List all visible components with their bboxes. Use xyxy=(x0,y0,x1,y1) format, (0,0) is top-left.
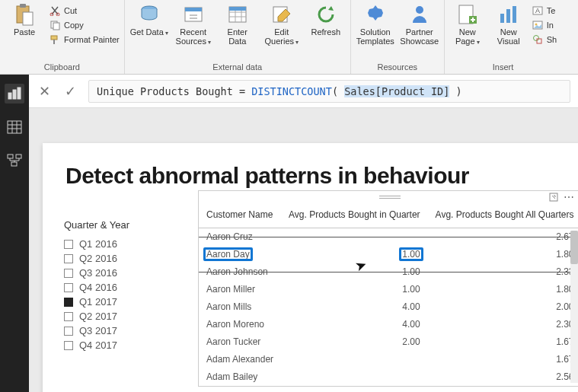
report-view-button[interactable] xyxy=(5,84,24,104)
image-icon xyxy=(532,19,544,31)
slicer-item[interactable]: Q4 2017 xyxy=(64,338,178,352)
drag-grip-icon[interactable] xyxy=(379,196,401,199)
checkbox-icon[interactable] xyxy=(64,298,73,307)
formula-cancel-button[interactable]: ✕ xyxy=(37,83,52,100)
slicer-item[interactable]: Q3 2016 xyxy=(64,266,178,280)
column-header[interactable]: Avg. Products Bought in Quarter xyxy=(281,203,428,228)
svg-point-25 xyxy=(533,36,538,41)
cell-avg-quarter: 1.00 xyxy=(281,246,428,263)
checkbox-icon[interactable] xyxy=(64,341,73,350)
enter-data-button[interactable]: Enter Data xyxy=(218,3,257,46)
image-button[interactable]: In xyxy=(532,19,557,31)
formula-measure-name: Unique Products Bought xyxy=(97,85,233,97)
slicer-item[interactable]: Q2 2016 xyxy=(64,251,178,266)
cell-avg-all: 1.80 xyxy=(428,246,578,263)
checkbox-icon[interactable] xyxy=(64,269,73,278)
solution-templates-icon xyxy=(364,3,387,26)
copy-button[interactable]: Copy xyxy=(49,19,120,31)
cell-customer-name: Aaron Cruz xyxy=(199,228,281,246)
recent-sources-button[interactable]: Recent Sources▾ xyxy=(174,3,213,46)
table-row[interactable]: Adam Alexander1.67 xyxy=(199,351,578,368)
solution-templates-button[interactable]: Solution Templates xyxy=(356,3,395,46)
group-resources: Solution Templates Partner Showcase Reso… xyxy=(351,0,445,74)
format-painter-label: Format Painter xyxy=(64,35,120,44)
checkbox-icon[interactable] xyxy=(64,254,73,263)
cell-customer-name: Adam Alexander xyxy=(199,351,281,368)
report-page[interactable]: Detect abnormal patterns in behaviour Qu… xyxy=(43,143,578,392)
new-visual-button[interactable]: New Visual xyxy=(490,3,527,46)
formula-commit-button[interactable]: ✓ xyxy=(62,83,78,100)
more-options-icon[interactable]: ⋯ xyxy=(564,191,575,203)
copy-icon xyxy=(49,19,61,31)
paste-icon xyxy=(13,3,36,26)
cell-avg-quarter: 4.00 xyxy=(281,298,428,316)
cell-avg-quarter xyxy=(281,368,428,386)
group-external-data: Get Data▾ Recent Sources▾ Enter Data Edi… xyxy=(125,0,351,74)
new-visual-icon xyxy=(497,3,520,26)
model-view-button[interactable] xyxy=(5,151,24,171)
table-row[interactable]: Aaron Moreno4.002.30 xyxy=(199,316,578,333)
column-header[interactable]: Customer Name xyxy=(199,203,281,228)
table-row[interactable]: Aaron Johnson1.002.33 xyxy=(199,263,578,281)
svg-rect-28 xyxy=(13,90,16,99)
formula-input[interactable]: Unique Products Bought = DISTINCTCOUNT( … xyxy=(88,80,570,103)
table-row[interactable]: Aaron Miller1.001.80 xyxy=(199,281,578,298)
partner-showcase-icon xyxy=(408,3,431,26)
group-clipboard: Paste Cut Copy Format Painter Clipboard xyxy=(0,0,125,74)
column-header[interactable]: Avg. Products Bought All Quarters xyxy=(428,203,578,228)
slicer-item[interactable]: Q1 2016 xyxy=(64,237,178,251)
table-row[interactable]: Adam Bailey2.56 xyxy=(199,368,578,386)
group-label-external-data: External data xyxy=(129,62,346,73)
slicer-item-label: Q3 2016 xyxy=(79,267,117,279)
slicer-quarter-year[interactable]: Quarter & Year Q1 2016Q2 2016Q3 2016Q4 2… xyxy=(64,219,178,352)
cell-avg-all: 2.33 xyxy=(428,263,578,281)
cell-avg-quarter: 1.00 xyxy=(281,281,428,298)
shapes-button[interactable]: Sh xyxy=(532,33,557,46)
slicer-item[interactable]: Q1 2017 xyxy=(64,295,178,309)
slicer-item-label: Q4 2017 xyxy=(79,339,117,351)
text-box-button[interactable]: A Te xyxy=(532,5,557,17)
refresh-button[interactable]: Refresh xyxy=(306,3,346,37)
cell-avg-all: 1.67 xyxy=(428,351,578,368)
ribbon: Paste Cut Copy Format Painter Clipboard xyxy=(0,0,578,75)
partner-showcase-label: Partner Showcase xyxy=(400,27,439,46)
edit-queries-button[interactable]: Edit Queries▾ xyxy=(262,3,302,46)
table-visual[interactable]: ⋯ Customer NameAvg. Products Bought in Q… xyxy=(198,190,578,387)
cell-avg-all: 2.67 xyxy=(428,228,578,246)
slicer-item[interactable]: Q2 2017 xyxy=(64,309,178,323)
data-view-button[interactable] xyxy=(5,117,24,137)
svg-rect-33 xyxy=(11,162,17,166)
cut-button[interactable]: Cut xyxy=(49,5,120,17)
cell-avg-all: 1.80 xyxy=(428,281,578,298)
checkbox-icon[interactable] xyxy=(64,283,73,292)
format-painter-icon xyxy=(49,33,61,46)
svg-rect-30 xyxy=(8,121,21,133)
format-painter-button[interactable]: Format Painter xyxy=(49,33,120,46)
cell-customer-name: Aaron Day xyxy=(199,246,281,263)
new-visual-label: New Visual xyxy=(490,27,527,46)
checkbox-icon[interactable] xyxy=(64,312,73,321)
visual-header[interactable]: ⋯ xyxy=(199,191,578,203)
group-label-insert: Insert xyxy=(449,62,557,73)
scrollbar[interactable] xyxy=(570,231,578,383)
checkbox-icon[interactable] xyxy=(64,240,73,249)
paste-button[interactable]: Paste xyxy=(5,3,44,37)
text-box-label: Te xyxy=(547,6,556,15)
cell-avg-all: 1.67 xyxy=(428,333,578,351)
slicer-item[interactable]: Q4 2016 xyxy=(64,280,178,295)
slicer-item[interactable]: Q3 2017 xyxy=(64,323,178,338)
scrollbar-thumb[interactable] xyxy=(570,231,578,264)
partner-showcase-button[interactable]: Partner Showcase xyxy=(400,3,439,46)
get-data-button[interactable]: Get Data▾ xyxy=(129,3,169,37)
new-page-button[interactable]: New Page▾ xyxy=(449,3,486,46)
table-row[interactable]: Aaron Cruz2.67 xyxy=(199,228,578,246)
svg-rect-13 xyxy=(229,7,246,11)
table-row[interactable]: Aaron Mills4.002.00 xyxy=(199,298,578,316)
checkbox-icon[interactable] xyxy=(64,327,73,336)
svg-rect-1 xyxy=(20,4,26,8)
left-rail xyxy=(0,75,29,392)
table-row[interactable]: Aaron Tucker2.001.67 xyxy=(199,333,578,351)
table-row[interactable]: Aaron Day1.001.80 xyxy=(199,246,578,263)
formula-bar: ✕ ✓ Unique Products Bought = DISTINCTCOU… xyxy=(29,75,578,108)
focus-mode-icon[interactable] xyxy=(549,193,558,202)
